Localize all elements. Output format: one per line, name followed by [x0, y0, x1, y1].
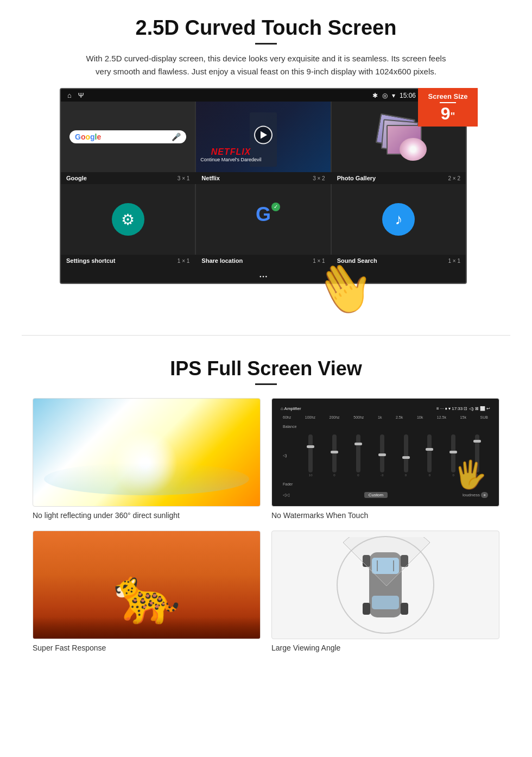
- section2-underline: [255, 383, 277, 385]
- gear-icon: ⚙: [121, 211, 135, 229]
- google-label: Google 3 × 1: [61, 172, 195, 184]
- sound-icon-circle: ♪: [382, 203, 415, 236]
- amp-time: ≡ ··· ♦ ▾ 17:33 ⊡ ◁) ⊠ ⬜ ↩: [436, 406, 490, 411]
- google-search-bar[interactable]: Google 🎤: [69, 130, 186, 143]
- sunlight-image: [33, 398, 261, 507]
- page-indicator: ● ● ●: [61, 267, 466, 283]
- clock: 15:06: [400, 92, 416, 99]
- feature-amplifier: ⌂ Amplifier ≡ ··· ♦ ▾ 17:33 ⊡ ◁) ⊠ ⬜ ↩ 6…: [271, 398, 499, 520]
- sunlight-caption: No light reflecting under 360° direct su…: [33, 511, 261, 520]
- maps-check-icon: ✓: [271, 203, 280, 211]
- amplifier-image: ⌂ Amplifier ≡ ··· ♦ ▾ 17:33 ⊡ ◁) ⊠ ⬜ ↩ 6…: [271, 398, 499, 507]
- feature-sunlight: No light reflecting under 360° direct su…: [33, 398, 261, 520]
- app-labels-row-top: Google 3 × 1 Netflix 3 × 2 Photo Gallery…: [61, 172, 466, 184]
- play-triangle-icon: [261, 131, 267, 139]
- cheetah-caption: Super Fast Response: [33, 644, 261, 652]
- section-curved-screen: 2.5D Curved Touch Screen With 2.5D curve…: [0, 0, 532, 324]
- screen-mockup-wrapper: Screen Size 9" ⌂ Ψ ✱ ◎ ▾ 15:06 ⊡ ◁): [60, 88, 472, 284]
- badge-size: 9": [426, 105, 470, 122]
- wifi-icon: ▾: [392, 92, 395, 99]
- photo-gallery-label: Photo Gallery 2 × 2: [332, 172, 466, 184]
- car-image: [271, 531, 499, 639]
- photo-card-1: [387, 125, 422, 155]
- cheetah-image: 🐆: [33, 531, 261, 639]
- netflix-subtitle: Continue Marvel's Daredevil: [200, 157, 261, 162]
- section-divider: [22, 335, 510, 336]
- app-labels-row-bottom: Settings shortcut 1 × 1 Share location 1…: [61, 255, 466, 267]
- play-button[interactable]: [254, 126, 273, 144]
- viewing-angle-svg: [338, 537, 435, 635]
- netflix-label: NETFLIX Continue Marvel's Daredevil: [200, 147, 261, 162]
- mic-icon: 🎤: [172, 133, 181, 141]
- car-oval-container: [337, 536, 434, 634]
- amp-home-icon: ⌂ Amplifier: [281, 406, 301, 411]
- google-maps-icon: G ✓: [248, 205, 278, 235]
- car-caption: Large Viewing Angle: [271, 644, 499, 652]
- settings-cell[interactable]: ⚙: [61, 184, 195, 255]
- music-note-icon: ♪: [395, 211, 402, 228]
- section1-title: 2.5D Curved Touch Screen: [33, 16, 499, 40]
- badge-title: Screen Size: [426, 92, 470, 100]
- photo-stack: [377, 115, 420, 159]
- section1-description: With 2.5D curved-display screen, this de…: [81, 52, 451, 78]
- bluetooth-icon: ✱: [372, 92, 378, 99]
- badge-line: [440, 102, 456, 103]
- home-icon: ⌂: [67, 91, 72, 99]
- amplifier-caption: No Watermarks When Touch: [271, 511, 499, 520]
- feature-car: Large Viewing Angle: [271, 531, 499, 652]
- flower-image: [400, 138, 427, 161]
- share-location-cell[interactable]: G ✓: [196, 184, 330, 255]
- settings-label: Settings shortcut 1 × 1: [61, 255, 195, 267]
- feature-grid: No light reflecting under 360° direct su…: [33, 398, 499, 652]
- section2-title: IPS Full Screen View: [33, 357, 499, 380]
- google-logo: Google: [75, 133, 101, 141]
- section-ips-screen: IPS Full Screen View No light reflecting…: [0, 346, 532, 668]
- hand-pointer: 🤚: [314, 260, 375, 317]
- feature-cheetah: 🐆 Super Fast Response: [33, 531, 261, 652]
- app-grid-bottom: ⚙ G ✓ ♪: [61, 184, 466, 255]
- location-icon: ◎: [382, 92, 388, 99]
- app-grid-top: Google 🎤: [61, 102, 466, 172]
- android-screen: ⌂ Ψ ✱ ◎ ▾ 15:06 ⊡ ◁) ⊠ ⬜: [60, 88, 467, 284]
- usb-icon: Ψ: [78, 91, 84, 99]
- settings-icon-circle: ⚙: [112, 203, 144, 236]
- google-cell[interactable]: Google 🎤: [61, 102, 195, 172]
- status-bar: ⌂ Ψ ✱ ◎ ▾ 15:06 ⊡ ◁) ⊠ ⬜: [61, 89, 466, 102]
- netflix-label-row: Netflix 3 × 2: [196, 172, 330, 184]
- title-underline: [255, 43, 277, 45]
- hand-on-amp: 🖐: [453, 459, 487, 490]
- netflix-cell[interactable]: NETFLIX Continue Marvel's Daredevil: [196, 102, 330, 172]
- sound-search-cell[interactable]: ♪: [332, 184, 466, 255]
- status-left-icons: ⌂ Ψ: [67, 91, 84, 99]
- screen-size-badge: Screen Size 9": [418, 88, 478, 127]
- netflix-brand: NETFLIX: [200, 147, 261, 157]
- share-label: Share location 1 × 1: [196, 255, 330, 267]
